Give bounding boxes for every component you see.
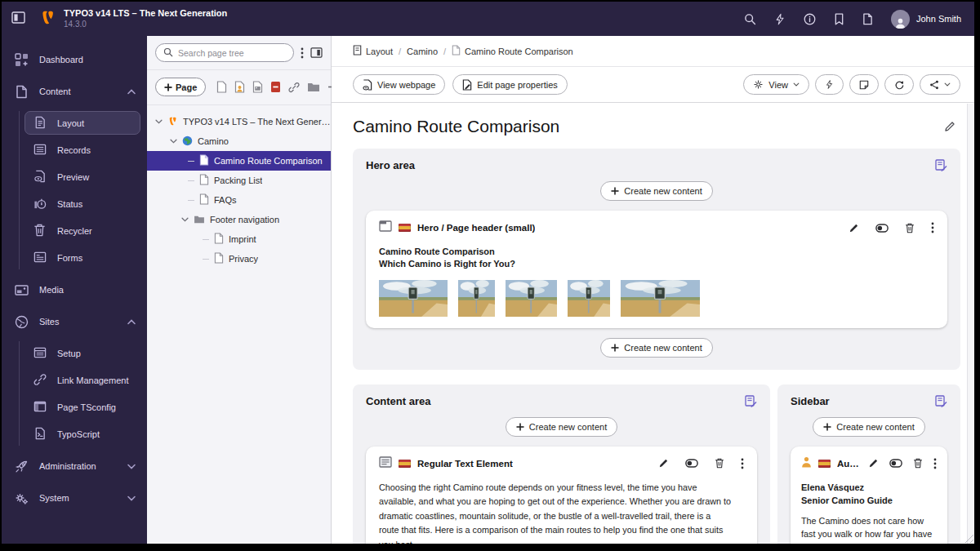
- notes-button[interactable]: [849, 74, 879, 95]
- edit-page-properties-button[interactable]: Edit page properties: [452, 74, 567, 95]
- view-webpage-button[interactable]: View webpage: [353, 74, 445, 95]
- button-label: Create new content: [624, 343, 702, 353]
- page-type-link-icon[interactable]: [288, 82, 300, 93]
- page-icon: [199, 193, 209, 207]
- button-label: Create new content: [529, 422, 607, 432]
- tree-node-privacy[interactable]: Privacy: [147, 249, 331, 269]
- button-label: Edit page properties: [477, 80, 557, 90]
- module-system[interactable]: System: [2, 486, 147, 510]
- submodule-records[interactable]: Records: [24, 138, 140, 162]
- breadcrumb-label: Camino: [407, 47, 438, 56]
- breadcrumb-separator: /: [443, 47, 446, 56]
- content-element-header: Autho…: [801, 456, 937, 471]
- chevron-down-icon[interactable]: [155, 119, 163, 124]
- edit-pencil-icon[interactable]: [849, 223, 859, 233]
- tree-node-root[interactable]: TYPO3 v14 LTS – The Next Generation: [147, 112, 331, 131]
- tree-node-packing-list[interactable]: Packing List: [147, 171, 331, 190]
- page-tree-search[interactable]: [155, 43, 294, 62]
- view-mode-dropdown[interactable]: View: [743, 74, 809, 95]
- module-administration[interactable]: Administration: [2, 454, 147, 478]
- edit-page-icon: [462, 79, 472, 91]
- create-new-content-button[interactable]: Create new content: [506, 417, 617, 437]
- document-icon[interactable]: [862, 13, 873, 25]
- create-content-row: Create new content: [366, 417, 757, 437]
- breadcrumb-module[interactable]: Layout: [353, 45, 393, 57]
- edit-column-icon[interactable]: [935, 159, 947, 171]
- bolt-icon[interactable]: [774, 13, 786, 25]
- visibility-toggle-icon[interactable]: [685, 459, 698, 468]
- create-content-row: Create new content: [366, 338, 947, 358]
- page-type-spacer-icon[interactable]: [270, 81, 281, 93]
- column-sidebar: Sidebar Create new content: [777, 384, 960, 544]
- new-page-drag-area: [216, 81, 339, 93]
- breadcrumb-parent[interactable]: Camino: [407, 47, 438, 56]
- search-input[interactable]: [178, 48, 286, 58]
- submodule-label: Recycler: [57, 226, 92, 236]
- submodule-layout[interactable]: Layout: [24, 111, 140, 135]
- bookmark-icon[interactable]: [834, 13, 844, 25]
- collapse-tree-icon[interactable]: [310, 47, 323, 58]
- module-menu: Dashboard Content: [2, 36, 147, 544]
- page-type-backend-user-icon[interactable]: [234, 81, 245, 93]
- header-element-icon: [379, 220, 392, 235]
- kebab-menu-icon[interactable]: [931, 222, 934, 233]
- edit-column-icon[interactable]: [935, 395, 947, 407]
- visibility-toggle-icon[interactable]: [889, 459, 902, 468]
- hero-thumbnail-image: [621, 280, 700, 317]
- module-dashboard[interactable]: Dashboard: [2, 47, 147, 72]
- submodule-typoscript[interactable]: TypoScript: [24, 422, 140, 446]
- submodule-setup[interactable]: Setup: [24, 341, 140, 365]
- kebab-menu-icon[interactable]: [301, 47, 304, 59]
- submodule-recycler[interactable]: Recycler: [24, 219, 140, 242]
- edit-pencil-icon[interactable]: [868, 458, 879, 469]
- create-new-content-button[interactable]: Create new content: [600, 338, 712, 358]
- new-page-button[interactable]: Page: [155, 78, 206, 96]
- share-dropdown[interactable]: [920, 74, 960, 95]
- submodule-preview[interactable]: Preview: [24, 165, 140, 189]
- tree-node-footer-navigation[interactable]: Footer navigation: [147, 210, 331, 229]
- tree-node-faqs[interactable]: FAQs: [147, 190, 331, 210]
- button-label: Create new content: [836, 422, 914, 432]
- breadcrumb-current[interactable]: Camino Route Comparison: [452, 45, 573, 57]
- delete-trash-icon[interactable]: [913, 458, 923, 469]
- search-icon[interactable]: [744, 13, 756, 25]
- modulemenu-toggle-button[interactable]: [2, 11, 34, 27]
- vertical-scrollbar[interactable]: [967, 104, 974, 544]
- create-new-content-button[interactable]: Create new content: [600, 181, 712, 201]
- tree-node-camino-route-comparison[interactable]: Camino Route Comparison: [147, 151, 331, 171]
- delete-trash-icon[interactable]: [905, 223, 915, 233]
- edit-column-icon[interactable]: [745, 395, 757, 407]
- edit-title-pencil-icon[interactable]: [944, 121, 956, 132]
- page-type-folder-icon[interactable]: [307, 82, 320, 92]
- tree-node-imprint[interactable]: Imprint: [147, 229, 331, 249]
- chevron-down-icon[interactable]: [170, 139, 177, 144]
- page-type-mount-icon[interactable]: [252, 81, 263, 93]
- kebab-menu-icon[interactable]: [741, 458, 744, 469]
- module-media[interactable]: Media: [2, 278, 147, 302]
- edit-pencil-icon[interactable]: [658, 458, 669, 469]
- chevron-up-icon: [127, 89, 136, 95]
- submodule-page-tsconfig[interactable]: Page TSconfig: [24, 395, 140, 419]
- submodule-forms[interactable]: Forms: [24, 246, 140, 269]
- delete-trash-icon[interactable]: [715, 458, 724, 469]
- column-title: Content area: [366, 395, 430, 407]
- content-submenu: Layout Records Preview: [19, 111, 140, 269]
- submodule-link-management[interactable]: Link Management: [24, 368, 140, 392]
- module-sites[interactable]: Sites: [2, 309, 147, 334]
- kebab-menu-icon[interactable]: [933, 458, 937, 469]
- site-globe-icon: [182, 136, 193, 148]
- page-title: Camino Route Comparison: [353, 117, 559, 136]
- cache-actions-button[interactable]: [815, 74, 844, 95]
- page-tree-toolbar: Page: [147, 70, 331, 105]
- create-new-content-button[interactable]: Create new content: [813, 417, 924, 437]
- refresh-button[interactable]: [884, 74, 914, 95]
- module-content[interactable]: Content: [2, 79, 147, 104]
- chevron-down-icon[interactable]: [181, 217, 189, 222]
- visibility-toggle-icon[interactable]: [875, 224, 889, 233]
- user-menu[interactable]: John Smith: [891, 10, 961, 29]
- info-icon[interactable]: [804, 13, 816, 25]
- submodule-status[interactable]: Status: [24, 192, 140, 216]
- tree-node-camino[interactable]: Camino: [147, 131, 331, 151]
- page-type-standard-icon[interactable]: [216, 81, 227, 93]
- share-icon: [929, 80, 939, 90]
